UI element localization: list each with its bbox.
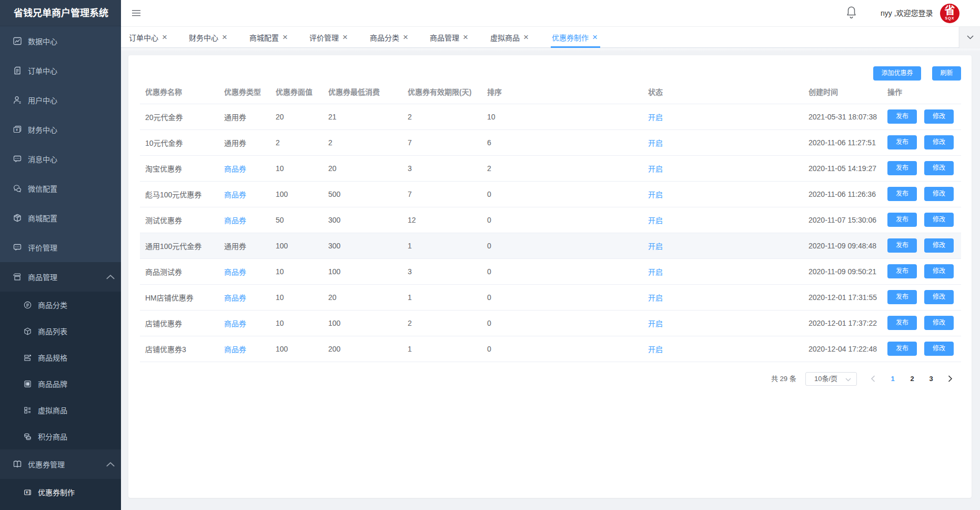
svg-text:¥: ¥ xyxy=(16,128,18,132)
svg-text:¥: ¥ xyxy=(26,490,28,494)
